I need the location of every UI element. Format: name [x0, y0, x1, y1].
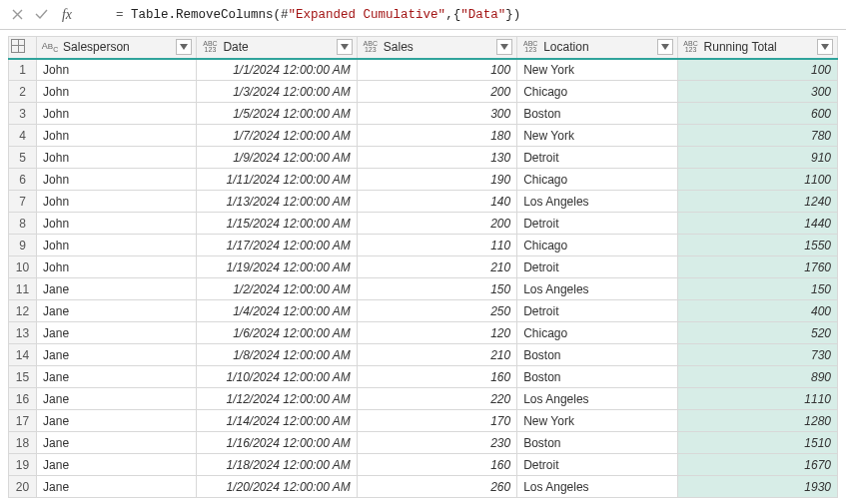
fx-icon[interactable]: fx: [56, 4, 78, 26]
cell-sales[interactable]: 210: [357, 256, 516, 278]
cell-running-total[interactable]: 890: [677, 366, 837, 388]
cell-location[interactable]: New York: [517, 125, 677, 147]
row-number[interactable]: 18: [9, 432, 37, 454]
table-row[interactable]: 3John1/5/2024 12:00:00 AM300Boston600: [9, 103, 838, 125]
row-number[interactable]: 7: [9, 191, 37, 213]
formula-input[interactable]: = Table.RemoveColumns(#"Expanded Cumulat…: [86, 0, 840, 36]
table-row[interactable]: 15Jane1/10/2024 12:00:00 AM160Boston890: [9, 366, 838, 388]
confirm-formula-button[interactable]: [30, 4, 52, 26]
table-row[interactable]: 8John1/15/2024 12:00:00 AM200Detroit1440: [9, 213, 838, 235]
cell-location[interactable]: Boston: [517, 344, 677, 366]
table-row[interactable]: 11Jane1/2/2024 12:00:00 AM150Los Angeles…: [9, 278, 838, 300]
type-any-icon[interactable]: ABC123: [521, 39, 539, 55]
cell-date[interactable]: 1/11/2024 12:00:00 AM: [197, 169, 357, 191]
table-row[interactable]: 4John1/7/2024 12:00:00 AM180New York780: [9, 125, 838, 147]
cell-running-total[interactable]: 1930: [677, 476, 837, 498]
cell-salesperson[interactable]: John: [37, 81, 197, 103]
row-number[interactable]: 11: [9, 278, 37, 300]
cell-location[interactable]: Los Angeles: [517, 278, 677, 300]
table-row[interactable]: 10John1/19/2024 12:00:00 AM210Detroit176…: [9, 256, 838, 278]
cell-location[interactable]: Chicago: [517, 169, 677, 191]
row-number[interactable]: 19: [9, 454, 37, 476]
cell-location[interactable]: Detroit: [517, 256, 677, 278]
cell-date[interactable]: 1/18/2024 12:00:00 AM: [197, 454, 357, 476]
cell-salesperson[interactable]: John: [37, 147, 197, 169]
cell-sales[interactable]: 170: [357, 410, 516, 432]
cell-date[interactable]: 1/19/2024 12:00:00 AM: [197, 256, 357, 278]
cell-salesperson[interactable]: John: [37, 191, 197, 213]
column-header-location[interactable]: ABC123 Location: [517, 37, 677, 59]
cell-date[interactable]: 1/12/2024 12:00:00 AM: [197, 388, 357, 410]
cell-running-total[interactable]: 1760: [677, 256, 837, 278]
cell-sales[interactable]: 160: [357, 366, 516, 388]
cell-location[interactable]: Chicago: [517, 322, 677, 344]
row-number[interactable]: 14: [9, 344, 37, 366]
cell-salesperson[interactable]: John: [37, 103, 197, 125]
row-number-header[interactable]: [9, 37, 37, 59]
row-number[interactable]: 3: [9, 103, 37, 125]
cell-sales[interactable]: 210: [357, 344, 516, 366]
cell-salesperson[interactable]: John: [37, 256, 197, 278]
cell-date[interactable]: 1/10/2024 12:00:00 AM: [197, 366, 357, 388]
filter-button[interactable]: [817, 39, 833, 55]
cell-running-total[interactable]: 1240: [677, 191, 837, 213]
table-row[interactable]: 14Jane1/8/2024 12:00:00 AM210Boston730: [9, 344, 838, 366]
cell-sales[interactable]: 130: [357, 147, 516, 169]
cell-running-total[interactable]: 730: [677, 344, 837, 366]
cell-salesperson[interactable]: John: [37, 169, 197, 191]
cell-location[interactable]: Boston: [517, 366, 677, 388]
cell-salesperson[interactable]: Jane: [37, 322, 197, 344]
table-row[interactable]: 5John1/9/2024 12:00:00 AM130Detroit910: [9, 147, 838, 169]
cell-date[interactable]: 1/20/2024 12:00:00 AM: [197, 476, 357, 498]
table-row[interactable]: 7John1/13/2024 12:00:00 AM140Los Angeles…: [9, 191, 838, 213]
cell-salesperson[interactable]: Jane: [37, 454, 197, 476]
cell-running-total[interactable]: 1550: [677, 235, 837, 256]
cell-location[interactable]: Detroit: [517, 300, 677, 322]
cell-sales[interactable]: 140: [357, 191, 516, 213]
cell-salesperson[interactable]: John: [37, 59, 197, 81]
cell-sales[interactable]: 120: [357, 322, 516, 344]
cell-location[interactable]: Detroit: [517, 147, 677, 169]
cell-date[interactable]: 1/9/2024 12:00:00 AM: [197, 147, 357, 169]
cell-salesperson[interactable]: Jane: [37, 300, 197, 322]
cell-date[interactable]: 1/7/2024 12:00:00 AM: [197, 125, 357, 147]
row-number[interactable]: 9: [9, 235, 37, 256]
table-row[interactable]: 17Jane1/14/2024 12:00:00 AM170New York12…: [9, 410, 838, 432]
table-row[interactable]: 20Jane1/20/2024 12:00:00 AM260Los Angele…: [9, 476, 838, 498]
cell-date[interactable]: 1/6/2024 12:00:00 AM: [197, 322, 357, 344]
row-number[interactable]: 6: [9, 169, 37, 191]
column-header-sales[interactable]: ABC123 Sales: [357, 37, 516, 59]
type-any-icon[interactable]: ABC123: [682, 39, 700, 55]
cell-location[interactable]: Boston: [517, 103, 677, 125]
row-number[interactable]: 13: [9, 322, 37, 344]
cell-location[interactable]: New York: [517, 410, 677, 432]
cell-running-total[interactable]: 150: [677, 278, 837, 300]
cell-salesperson[interactable]: Jane: [37, 476, 197, 498]
cell-running-total[interactable]: 1670: [677, 454, 837, 476]
cell-sales[interactable]: 180: [357, 125, 516, 147]
cell-sales[interactable]: 160: [357, 454, 516, 476]
cell-salesperson[interactable]: Jane: [37, 432, 197, 454]
cell-running-total[interactable]: 1280: [677, 410, 837, 432]
cell-sales[interactable]: 200: [357, 213, 516, 235]
table-row[interactable]: 6John1/11/2024 12:00:00 AM190Chicago1100: [9, 169, 838, 191]
table-row[interactable]: 12Jane1/4/2024 12:00:00 AM250Detroit400: [9, 300, 838, 322]
cell-salesperson[interactable]: John: [37, 213, 197, 235]
cell-running-total[interactable]: 1440: [677, 213, 837, 235]
cell-date[interactable]: 1/2/2024 12:00:00 AM: [197, 278, 357, 300]
type-any-icon[interactable]: ABC123: [201, 39, 219, 55]
cell-sales[interactable]: 230: [357, 432, 516, 454]
cell-salesperson[interactable]: Jane: [37, 278, 197, 300]
table-row[interactable]: 2John1/3/2024 12:00:00 AM200Chicago300: [9, 81, 838, 103]
row-number[interactable]: 16: [9, 388, 37, 410]
cell-date[interactable]: 1/4/2024 12:00:00 AM: [197, 300, 357, 322]
cell-date[interactable]: 1/13/2024 12:00:00 AM: [197, 191, 357, 213]
cell-sales[interactable]: 220: [357, 388, 516, 410]
cell-running-total[interactable]: 910: [677, 147, 837, 169]
cell-sales[interactable]: 260: [357, 476, 516, 498]
cell-location[interactable]: Detroit: [517, 213, 677, 235]
cell-salesperson[interactable]: John: [37, 125, 197, 147]
cancel-formula-button[interactable]: [6, 4, 28, 26]
cell-date[interactable]: 1/1/2024 12:00:00 AM: [197, 59, 357, 81]
cell-running-total[interactable]: 1510: [677, 432, 837, 454]
